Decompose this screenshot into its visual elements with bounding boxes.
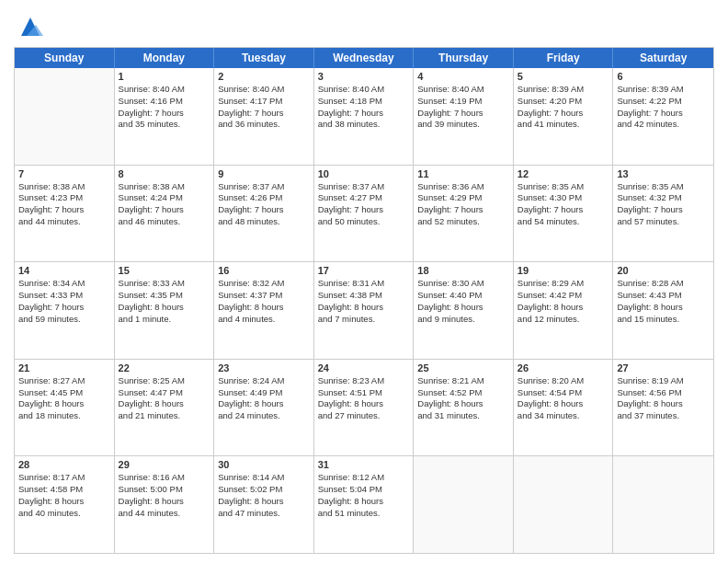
sunrise: Sunrise: 8:21 AM <box>417 375 509 387</box>
logo <box>14 14 43 40</box>
daylight-hours: Daylight: 8 hours <box>119 398 210 410</box>
calendar-body: 1Sunrise: 8:40 AMSunset: 4:16 PMDaylight… <box>15 68 713 553</box>
daylight-hours: Daylight: 8 hours <box>318 302 410 314</box>
daylight-minutes: and 9 minutes. <box>417 314 509 326</box>
daylight-minutes: and 51 minutes. <box>318 508 410 520</box>
sunrise: Sunrise: 8:16 AM <box>119 472 210 484</box>
daylight-minutes: and 50 minutes. <box>318 216 410 228</box>
day-cell-29: 29Sunrise: 8:16 AMSunset: 5:00 PMDayligh… <box>115 456 215 553</box>
daylight-hours: Daylight: 8 hours <box>417 398 509 410</box>
sunrise: Sunrise: 8:20 AM <box>518 375 609 387</box>
calendar-row-0: 1Sunrise: 8:40 AMSunset: 4:16 PMDaylight… <box>15 68 713 166</box>
calendar: SundayMondayTuesdayWednesdayThursdayFrid… <box>14 47 714 554</box>
sunrise: Sunrise: 8:36 AM <box>417 181 509 193</box>
day-number: 11 <box>417 168 509 179</box>
day-number: 13 <box>617 168 710 179</box>
day-number: 17 <box>318 265 410 276</box>
day-number: 14 <box>18 265 110 276</box>
sunset: Sunset: 4:32 PM <box>617 192 710 204</box>
daylight-minutes: and 7 minutes. <box>318 314 410 326</box>
day-cell-16: 16Sunrise: 8:32 AMSunset: 4:37 PMDayligh… <box>214 262 314 359</box>
sunset: Sunset: 4:33 PM <box>18 290 110 302</box>
sunrise: Sunrise: 8:28 AM <box>617 278 710 290</box>
daylight-hours: Daylight: 7 hours <box>617 108 710 120</box>
day-cell-24: 24Sunrise: 8:23 AMSunset: 4:51 PMDayligh… <box>314 360 415 456</box>
day-cell-30: 30Sunrise: 8:14 AMSunset: 5:02 PMDayligh… <box>214 456 314 553</box>
daylight-minutes: and 27 minutes. <box>318 410 410 422</box>
day-number: 29 <box>119 459 210 470</box>
daylight-minutes: and 34 minutes. <box>518 410 609 422</box>
day-cell-4: 4Sunrise: 8:40 AMSunset: 4:19 PMDaylight… <box>414 68 514 165</box>
calendar-row-4: 28Sunrise: 8:17 AMSunset: 4:58 PMDayligh… <box>15 456 713 553</box>
sunrise: Sunrise: 8:33 AM <box>119 278 210 290</box>
day-cell-31: 31Sunrise: 8:12 AMSunset: 5:04 PMDayligh… <box>314 456 415 553</box>
sunrise: Sunrise: 8:23 AM <box>318 375 410 387</box>
sunrise: Sunrise: 8:38 AM <box>119 181 210 193</box>
daylight-hours: Daylight: 8 hours <box>18 398 110 410</box>
sunrise: Sunrise: 8:17 AM <box>18 472 110 484</box>
day-cell-28: 28Sunrise: 8:17 AMSunset: 4:58 PMDayligh… <box>15 456 115 553</box>
day-header-tuesday: Tuesday <box>214 48 314 68</box>
daylight-minutes: and 18 minutes. <box>18 410 110 422</box>
sunset: Sunset: 4:54 PM <box>518 387 609 399</box>
day-cell-6: 6Sunrise: 8:39 AMSunset: 4:22 PMDaylight… <box>613 68 713 165</box>
day-number: 10 <box>318 168 410 179</box>
sunset: Sunset: 4:42 PM <box>518 290 609 302</box>
sunset: Sunset: 4:24 PM <box>119 192 210 204</box>
day-number: 28 <box>18 459 110 470</box>
sunset: Sunset: 4:49 PM <box>218 387 310 399</box>
daylight-hours: Daylight: 7 hours <box>518 204 609 216</box>
daylight-minutes: and 21 minutes. <box>119 410 210 422</box>
daylight-minutes: and 12 minutes. <box>518 314 609 326</box>
daylight-hours: Daylight: 7 hours <box>218 204 310 216</box>
sunset: Sunset: 4:37 PM <box>218 290 310 302</box>
sunrise: Sunrise: 8:40 AM <box>218 84 310 96</box>
day-number: 4 <box>417 71 509 82</box>
daylight-hours: Daylight: 7 hours <box>417 204 509 216</box>
sunrise: Sunrise: 8:35 AM <box>617 181 710 193</box>
daylight-hours: Daylight: 8 hours <box>518 398 609 410</box>
day-number: 3 <box>318 71 410 82</box>
day-number: 5 <box>518 71 609 82</box>
day-number: 12 <box>518 168 609 179</box>
daylight-minutes: and 57 minutes. <box>617 216 710 228</box>
daylight-minutes: and 46 minutes. <box>119 216 210 228</box>
day-cell-23: 23Sunrise: 8:24 AMSunset: 4:49 PMDayligh… <box>214 360 314 456</box>
day-number: 16 <box>218 265 310 276</box>
day-header-wednesday: Wednesday <box>314 48 415 68</box>
sunrise: Sunrise: 8:30 AM <box>417 278 509 290</box>
day-number: 22 <box>119 362 210 373</box>
day-number: 9 <box>218 168 310 179</box>
sunset: Sunset: 4:35 PM <box>119 290 210 302</box>
sunset: Sunset: 4:40 PM <box>417 290 509 302</box>
daylight-hours: Daylight: 7 hours <box>318 204 410 216</box>
sunrise: Sunrise: 8:40 AM <box>318 84 410 96</box>
day-number: 6 <box>617 71 710 82</box>
daylight-minutes: and 1 minute. <box>119 314 210 326</box>
daylight-hours: Daylight: 7 hours <box>318 108 410 120</box>
sunrise: Sunrise: 8:34 AM <box>18 278 110 290</box>
logo-icon <box>17 14 43 40</box>
sunset: Sunset: 4:29 PM <box>417 192 509 204</box>
sunset: Sunset: 4:16 PM <box>119 96 210 108</box>
daylight-minutes: and 37 minutes. <box>617 410 710 422</box>
sunrise: Sunrise: 8:25 AM <box>119 375 210 387</box>
daylight-hours: Daylight: 7 hours <box>119 108 210 120</box>
day-number: 2 <box>218 71 310 82</box>
daylight-hours: Daylight: 8 hours <box>518 302 609 314</box>
calendar-row-2: 14Sunrise: 8:34 AMSunset: 4:33 PMDayligh… <box>15 262 713 360</box>
day-header-saturday: Saturday <box>613 48 713 68</box>
daylight-hours: Daylight: 7 hours <box>119 204 210 216</box>
sunrise: Sunrise: 8:40 AM <box>417 84 509 96</box>
day-cell-22: 22Sunrise: 8:25 AMSunset: 4:47 PMDayligh… <box>115 360 215 456</box>
day-number: 21 <box>18 362 110 373</box>
daylight-hours: Daylight: 8 hours <box>617 398 710 410</box>
sunset: Sunset: 4:47 PM <box>119 387 210 399</box>
day-cell-21: 21Sunrise: 8:27 AMSunset: 4:45 PMDayligh… <box>15 360 115 456</box>
sunset: Sunset: 4:26 PM <box>218 192 310 204</box>
sunrise: Sunrise: 8:19 AM <box>617 375 710 387</box>
sunset: Sunset: 4:56 PM <box>617 387 710 399</box>
sunset: Sunset: 4:20 PM <box>518 96 609 108</box>
daylight-minutes: and 15 minutes. <box>617 314 710 326</box>
daylight-hours: Daylight: 8 hours <box>218 302 310 314</box>
